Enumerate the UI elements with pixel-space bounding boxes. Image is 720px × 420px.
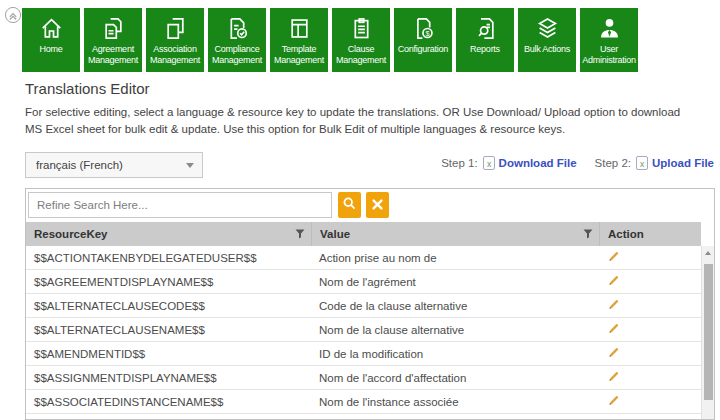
svg-text:$: $ <box>425 28 429 37</box>
translations-editor-page: Home Agreement Management Association Ma… <box>0 0 720 420</box>
reports-icon <box>472 13 499 43</box>
download-file-link[interactable]: Download File <box>499 157 577 169</box>
value-cell: Nom de l'instance associée <box>311 396 599 408</box>
edit-button[interactable] <box>607 346 620 362</box>
table-row: $$ALTERNATECLAUSENAME$$ Nom de la clause… <box>26 318 701 342</box>
main-navigation: Home Agreement Management Association Ma… <box>22 8 638 72</box>
value-cell: Nom de la clause alternative <box>311 324 599 336</box>
template-icon <box>286 13 313 43</box>
agreement-icon <box>100 13 127 43</box>
pencil-icon <box>607 394 620 410</box>
step1-label: Step 1: <box>441 157 477 169</box>
nav-tile-association[interactable]: Association Management <box>146 8 204 72</box>
nav-tile-user-administration[interactable]: User Administration <box>580 8 638 72</box>
resource-key-cell: $$ALTERNATECLAUSECODE$$ <box>26 300 311 312</box>
edit-button[interactable] <box>607 370 620 386</box>
value-cell: Action prise au nom de <box>311 252 599 264</box>
vertical-scrollbar[interactable] <box>701 246 714 419</box>
bulk-edit-steps: Step 1: x Download File Step 2: x Upload… <box>441 156 714 170</box>
user-administration-icon <box>596 13 623 43</box>
nav-tile-template[interactable]: Template Management <box>270 8 328 72</box>
filter-icon[interactable] <box>295 229 305 239</box>
step2-label: Step 2: <box>595 157 631 169</box>
table-body: $$ACTIONTAKENBYDELEGATEDUSER$$ Action pr… <box>26 246 701 414</box>
grid-search-bar <box>28 192 389 218</box>
resource-key-cell: $$AGREEMENTDISPLAYNAME$$ <box>26 276 311 288</box>
edit-button[interactable] <box>607 274 620 290</box>
resource-key-cell: $$AMENDMENTID$$ <box>26 348 311 360</box>
nav-tile-label: Reports <box>456 44 514 55</box>
nav-tile-label: User Administration <box>580 44 638 66</box>
pencil-icon <box>607 250 620 266</box>
nav-tile-configuration[interactable]: $ Configuration <box>394 8 452 72</box>
close-icon <box>372 198 383 213</box>
column-header-action: Action <box>599 222 701 246</box>
search-icon <box>342 196 357 214</box>
bulk-actions-icon <box>534 13 561 43</box>
language-dropdown-value: français (French) <box>36 159 186 171</box>
pencil-icon <box>607 370 620 386</box>
pencil-icon <box>607 298 620 314</box>
value-cell: Nom de l'accord d'affectation <box>311 372 599 384</box>
clear-search-button[interactable] <box>366 192 389 218</box>
nav-tile-label: Template Management <box>270 44 328 66</box>
nav-tile-label: Bulk Actions <box>518 44 576 55</box>
column-header-resourcekey: ResourceKey <box>26 222 311 246</box>
table-header: ResourceKey Value Action <box>26 222 701 246</box>
language-dropdown[interactable]: français (French) <box>25 152 203 178</box>
pencil-icon <box>607 274 620 290</box>
table-row: $$ASSOCIATEDINSTANCENAME$$ Nom de l'inst… <box>26 390 701 414</box>
value-cell: Code de la clause alternative <box>311 300 599 312</box>
translations-grid: ResourceKey Value Action $$ACTIONTAKENBY… <box>25 188 715 420</box>
compliance-icon <box>224 13 251 43</box>
nav-tile-agreement[interactable]: Agreement Management <box>84 8 142 72</box>
page-title: Translations Editor <box>25 80 150 97</box>
nav-tile-label: Association Management <box>146 44 204 66</box>
nav-tile-clause[interactable]: Clause Management <box>332 8 390 72</box>
nav-tile-reports[interactable]: Reports <box>456 8 514 72</box>
nav-tile-label: Configuration <box>394 44 452 55</box>
nav-tile-home[interactable]: Home <box>22 8 80 72</box>
search-button[interactable] <box>338 192 361 218</box>
table-row: $$AGREEMENTDISPLAYNAME$$ Nom de l'agréme… <box>26 270 701 294</box>
edit-button[interactable] <box>607 298 620 314</box>
nav-tile-label: Home <box>22 44 80 55</box>
value-cell: Nom de l'agrément <box>311 276 599 288</box>
resource-key-cell: $$ACTIONTAKENBYDELEGATEDUSER$$ <box>26 252 311 264</box>
edit-button[interactable] <box>607 394 620 410</box>
scrollbar-thumb[interactable] <box>704 264 713 400</box>
table-row: $$AMENDMENTID$$ ID de la modification <box>26 342 701 366</box>
nav-tile-label: Compliance Management <box>208 44 266 66</box>
table-row: $$ALTERNATECLAUSECODE$$ Code de la claus… <box>26 294 701 318</box>
filter-icon[interactable] <box>583 229 593 239</box>
upload-file-link[interactable]: Upload File <box>652 157 714 169</box>
scroll-up-icon[interactable] <box>705 251 711 255</box>
nav-tile-label: Agreement Management <box>84 44 142 66</box>
resource-key-cell: $$ASSOCIATEDINSTANCENAME$$ <box>26 396 311 408</box>
association-icon <box>162 13 189 43</box>
pencil-icon <box>607 322 620 338</box>
column-header-value: Value <box>311 222 599 246</box>
resource-key-cell: $$ASSIGNMENTDISPLAYNAME$$ <box>26 372 311 384</box>
edit-button[interactable] <box>607 250 620 266</box>
configuration-icon: $ <box>410 13 437 43</box>
collapse-nav-icon[interactable] <box>4 6 22 24</box>
chevron-down-icon <box>186 163 194 168</box>
nav-tile-compliance[interactable]: Compliance Management <box>208 8 266 72</box>
pencil-icon <box>607 346 620 362</box>
excel-file-icon: x <box>636 156 648 170</box>
clause-icon <box>348 13 375 43</box>
edit-button[interactable] <box>607 322 620 338</box>
nav-tile-bulk-actions[interactable]: Bulk Actions <box>518 8 576 72</box>
table-row: $$ASSIGNMENTDISPLAYNAME$$ Nom de l'accor… <box>26 366 701 390</box>
nav-tile-label: Clause Management <box>332 44 390 66</box>
search-input[interactable] <box>28 192 332 218</box>
table-row: $$ACTIONTAKENBYDELEGATEDUSER$$ Action pr… <box>26 246 701 270</box>
value-cell: ID de la modification <box>311 348 599 360</box>
page-description: For selective editing, select a language… <box>25 104 693 138</box>
resource-key-cell: $$ALTERNATECLAUSENAME$$ <box>26 324 311 336</box>
excel-file-icon: x <box>483 156 495 170</box>
home-icon <box>38 13 65 43</box>
